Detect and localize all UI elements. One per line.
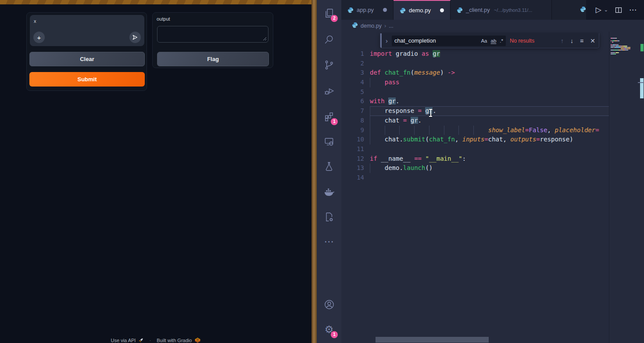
regex-button[interactable]: .* [500,38,503,43]
more-actions-icon[interactable]: ⋯ [629,5,637,14]
minimap[interactable] [609,32,640,343]
line-number: 4 [341,78,364,87]
line-number: 13 [341,163,364,173]
toggle-replace-button[interactable]: › [386,37,388,44]
run-python-file-button[interactable]: ▷ [596,5,601,14]
code-line-1[interactable]: 1import gradio as gr [341,49,609,59]
gradio-logo-icon [195,338,200,343]
code-line-13[interactable]: 13 demo.launch() [341,163,609,173]
code-line-12[interactable]: 12if __name__ == "__main__": [341,154,609,164]
activity-tasks[interactable] [317,206,341,227]
find-in-selection-button[interactable]: ≡ [580,37,583,44]
breadcrumb-file[interactable]: demo.py [361,23,382,29]
line-content [370,144,609,154]
activity-run-debug[interactable] [317,80,341,101]
line-content: def chat_fn(message) -> str: [370,68,609,78]
indent-guide [385,126,385,135]
match-case-button[interactable]: Aa [481,38,487,43]
use-via-api-link[interactable]: Use via API [111,338,136,343]
close-find-button[interactable]: ✕ [590,37,595,44]
modified-dot[interactable] [440,8,444,12]
find-widget-sash[interactable] [380,33,382,48]
code-line-2[interactable]: 2 [341,59,609,69]
debug-play-icon [323,85,335,97]
extensions-badge: 1 [331,118,338,125]
activity-remote-explorer[interactable] [317,131,341,152]
settings-badge: 1 [331,331,338,338]
explorer-badge: 2 [331,15,338,22]
output-textbox[interactable] [157,26,268,43]
line-number: 1 [341,49,364,59]
activity-search[interactable] [317,29,341,50]
modified-dot[interactable] [383,8,387,12]
chevron-right-icon: › [384,22,386,29]
line-number: 14 [341,173,364,183]
find-input[interactable] [394,37,477,44]
code-line-4[interactable]: 4 pass [341,78,609,87]
send-button[interactable] [129,32,141,43]
tab-app.py[interactable]: app.py [341,0,394,20]
code-line-7[interactable]: 7 response = gr.Textbox(lines=5, label="… [341,106,609,116]
indent-guide [370,135,370,144]
activity-settings[interactable]: ⚙ 1 [317,319,341,340]
overview-ruler[interactable] [640,32,644,343]
clear-button[interactable]: Clear [29,52,145,66]
code-line-6[interactable]: 6with gr.Blocks() as demo: [341,97,609,106]
next-match-button[interactable]: ↓ [570,37,573,44]
editor-actions: ▷ ⌄ ⋯ [586,0,644,20]
code-line-11[interactable]: 11 [341,144,609,154]
indent-guide [399,126,400,135]
tab-_client.py[interactable]: _client.py~/.../python3.11/... [451,0,552,20]
previous-match-button[interactable]: ↑ [561,37,564,44]
activity-source-control[interactable] [317,54,341,76]
more-views-icon: ⋯ [324,237,334,247]
code-line-8[interactable]: 8 chat = gr.MultimodalTextbox(file_types… [341,116,609,126]
activity-bar: 2 1 [317,0,341,343]
split-editor-icon[interactable] [615,7,622,14]
line-content [370,173,609,183]
vscode-window: 2 1 [317,0,644,343]
code-line-5[interactable]: 5 [341,87,609,97]
line-number: 8 [341,116,364,126]
indent-guide [458,126,459,135]
submit-button[interactable]: Submit [29,72,145,87]
gradio-app-window: x + Clear Submit output Flag [0,0,311,343]
breadcrumb-symbol[interactable]: ... [389,23,393,29]
activity-testing[interactable] [317,156,341,177]
multimodal-textbox[interactable]: x + [30,15,144,46]
minimap-slider-edge [638,82,644,83]
hidden-tab-python-icon [580,6,586,14]
activity-accounts[interactable] [317,294,341,315]
indent-guide [370,116,370,126]
beaker-icon [323,161,335,172]
resize-handle-icon[interactable] [263,37,267,41]
code-editor[interactable]: › Aa ab .* No results ↑ ↓ ≡ ✕ 1 [341,32,644,343]
output-card: output Flag [152,12,273,68]
code-line-14[interactable]: 14 [341,173,609,183]
tab-demo.py[interactable]: demo.py [394,0,451,20]
activity-more-views[interactable]: ⋯ [317,231,341,252]
activity-explorer[interactable]: 2 [317,3,341,24]
horizontal-scrollbar[interactable] [376,337,489,343]
run-dropdown-icon[interactable]: ⌄ [604,7,608,13]
tab-label: _client.py [466,7,490,13]
whole-word-button[interactable]: ab [491,38,497,43]
line-content: if __name__ == "__main__": [370,154,609,164]
attach-file-button[interactable]: + [33,32,45,43]
plus-icon: + [37,34,41,41]
flag-button[interactable]: Flag [157,52,269,66]
tab-bar: app.pydemo.py_client.py~/.../python3.11/… [341,0,644,20]
code-line-9[interactable]: 9 show_label=False, placeholder= [341,126,609,135]
overview-mark-selection [640,44,644,51]
activity-docker[interactable] [317,181,341,202]
tab-label: demo.py [409,7,431,14]
indent-guide [429,126,429,135]
built-with-gradio-link[interactable]: Built with Gradio [157,338,192,343]
editor-column: app.pydemo.py_client.py~/.../python3.11/… [341,0,644,343]
activity-extensions[interactable]: 1 [317,106,341,127]
output-label: output [157,16,170,22]
code-line-3[interactable]: 3def chat_fn(message) -> str: [341,68,609,78]
python-icon [457,7,463,13]
mouse-cursor [429,109,433,117]
code-line-10[interactable]: 10 chat.submit(chat_fn, inputs=chat, out… [341,135,609,144]
